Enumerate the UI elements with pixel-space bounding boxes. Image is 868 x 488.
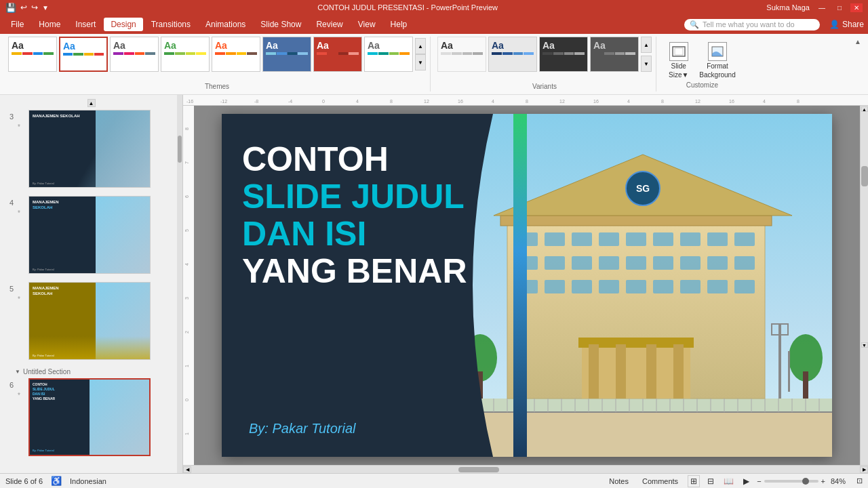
svg-rect-65 [500, 216, 772, 226]
theme-4[interactable]: Aa [161, 37, 210, 72]
theme-2[interactable]: Aa [59, 37, 108, 72]
customize-label: Customize [686, 81, 718, 90]
slide-item-6[interactable]: 6 * CONTOHSLIDE JUDULDAN ISIYANG BENAR B… [3, 377, 180, 458]
variant-2[interactable]: Aa [488, 37, 537, 72]
slide-size-button[interactable]: Slide Size▼ [665, 39, 692, 81]
themes-scroll-down[interactable]: ▼ [415, 54, 426, 70]
slide-item-3[interactable]: 3 * MANAJEMEN SEKOLAH By: Pakar Tutorial [3, 108, 180, 189]
format-background-button[interactable]: Format Background [695, 39, 739, 81]
panel-scroll-up[interactable]: ▲ [3, 98, 180, 108]
svg-rect-42 [626, 232, 646, 246]
svg-text:12: 12 [559, 99, 565, 104]
zoom-bar: − + [757, 477, 825, 485]
comments-button[interactable]: Comments [638, 476, 682, 487]
save-icon[interactable]: 💾 [5, 3, 16, 13]
menu-design[interactable]: Design [104, 18, 142, 31]
share-button[interactable]: Share [842, 20, 864, 29]
slide-size-label: Slide [671, 62, 686, 70]
slideshow-icon[interactable]: ▶ [741, 476, 751, 487]
ribbon-toolbar: Aa Aa Aa Aa [0, 34, 868, 95]
redo-icon[interactable]: ↪ [31, 3, 38, 12]
svg-text:0: 0 [322, 99, 325, 104]
canvas-area: -16 -12 -8 -4 0 4 8 12 16 4 8 12 16 4 8 … [183, 95, 868, 473]
svg-rect-48 [545, 256, 565, 270]
section-collapse-icon[interactable]: ▼ [15, 369, 20, 375]
reading-view-icon[interactable]: 📖 [722, 476, 736, 487]
zoom-level[interactable]: 84% [831, 477, 851, 485]
ribbon-collapse-button[interactable]: ▲ [852, 37, 864, 47]
accessibility-icon[interactable]: ♿ [51, 476, 62, 486]
slide-thumb-6[interactable]: CONTOHSLIDE JUDULDAN ISIYANG BENAR By: P… [28, 378, 151, 456]
close-button[interactable]: ✕ [850, 3, 863, 12]
themes-scroll-up[interactable]: ▲ [415, 38, 426, 54]
slide-item-5[interactable]: 5 * MANAJEMENSEKOLAH By: Pakar Tutorial [3, 281, 180, 361]
menu-animations[interactable]: Animations [199, 18, 252, 31]
svg-rect-23 [183, 106, 194, 465]
svg-rect-41 [599, 232, 619, 246]
svg-text:4: 4 [492, 99, 494, 104]
zoom-thumb [802, 478, 809, 485]
horizontal-ruler: -16 -12 -8 -4 0 4 8 12 16 4 8 12 16 4 8 … [183, 95, 868, 106]
theme-5[interactable]: Aa [212, 37, 260, 72]
slide-thumb-4[interactable]: MANAJEMENSEKOLAH By: Pakar Tutorial [28, 196, 151, 274]
slide-item-4[interactable]: 4 * MANAJEMENSEKOLAH By: Pakar Tutorial [3, 195, 180, 275]
variants-scroll-down[interactable]: ▼ [641, 56, 652, 72]
menu-home[interactable]: Home [32, 18, 67, 31]
slide-thumb-3[interactable]: MANAJEMEN SEKOLAH By: Pakar Tutorial [28, 110, 151, 188]
svg-rect-59 [599, 280, 619, 293]
svg-rect-81 [788, 351, 790, 392]
theme-1[interactable]: Aa [8, 37, 57, 72]
svg-rect-51 [626, 256, 646, 270]
slide-line4: YANG BENAR [242, 253, 467, 290]
svg-text:3: 3 [184, 297, 189, 300]
canvas-scrollbar-bottom[interactable]: ◀ ▶ [183, 465, 868, 473]
titlebar-controls-left: 💾 ↩ ↪ ▼ [5, 3, 49, 13]
theme-3[interactable]: Aa [110, 37, 159, 72]
svg-text:12: 12 [695, 99, 701, 104]
theme-6[interactable]: Aa [262, 37, 311, 72]
scroll-left-arrow[interactable]: ◀ [183, 466, 191, 473]
menu-slideshow[interactable]: Slide Show [254, 18, 308, 31]
zoom-in-icon[interactable]: + [821, 477, 825, 485]
slide-content[interactable]: SG [222, 114, 832, 457]
slide-thumb-5[interactable]: MANAJEMENSEKOLAH By: Pakar Tutorial [28, 282, 151, 360]
slide-canvas-wrap: 8 7 6 5 4 3 2 1 0 1 [183, 106, 868, 465]
notes-button[interactable]: Notes [605, 476, 633, 487]
menu-file[interactable]: File [4, 18, 31, 31]
variants-scroll-up[interactable]: ▲ [641, 37, 652, 53]
scroll-down-arrow[interactable]: ▼ [861, 342, 868, 348]
slide-sorter-icon[interactable]: ⊟ [705, 476, 716, 487]
theme-8[interactable]: Aa [364, 37, 413, 72]
slide-text-container: CONTOH SLIDE JUDUL DAN ISI YANG BENAR [242, 141, 467, 290]
slide-star-4: * [18, 209, 24, 217]
search-bar[interactable]: 🔍 Tell me what you want to do [684, 19, 820, 30]
minimize-button[interactable]: — [815, 3, 829, 12]
restore-button[interactable]: □ [834, 3, 845, 12]
titlebar-user: Sukma Naga [766, 3, 810, 12]
menu-view[interactable]: View [351, 18, 382, 31]
undo-icon[interactable]: ↩ [20, 3, 27, 12]
svg-rect-54 [707, 256, 728, 270]
svg-text:8: 8 [661, 99, 664, 104]
menu-help[interactable]: Help [384, 18, 414, 31]
zoom-out-icon[interactable]: − [757, 477, 761, 485]
menu-insert[interactable]: Insert [68, 18, 102, 31]
scroll-up-arrow[interactable]: ▲ [861, 106, 868, 112]
menu-review[interactable]: Review [309, 18, 349, 31]
variant-3[interactable]: Aa [539, 37, 588, 72]
normal-view-icon[interactable]: ⊞ [688, 475, 700, 487]
theme-7[interactable]: Aa [313, 37, 362, 72]
menu-transitions[interactable]: Transitions [144, 18, 197, 31]
variant-4[interactable]: Aa [590, 37, 639, 72]
variant-1[interactable]: Aa [437, 37, 486, 72]
panel-scrollbar[interactable] [177, 95, 182, 473]
slide-num-3: 3 [4, 113, 14, 121]
fit-window-icon[interactable]: ⊡ [856, 476, 863, 485]
canvas-scrollbar-right[interactable]: ▲ ▼ [860, 106, 868, 465]
zoom-track[interactable] [764, 480, 818, 483]
scroll-right-arrow[interactable]: ▶ [860, 466, 868, 473]
quick-access-icon[interactable]: ▼ [42, 4, 49, 12]
svg-text:0: 0 [184, 399, 189, 401]
slide-info: Slide 6 of 6 [5, 477, 43, 485]
scroll-thumb [861, 166, 868, 186]
